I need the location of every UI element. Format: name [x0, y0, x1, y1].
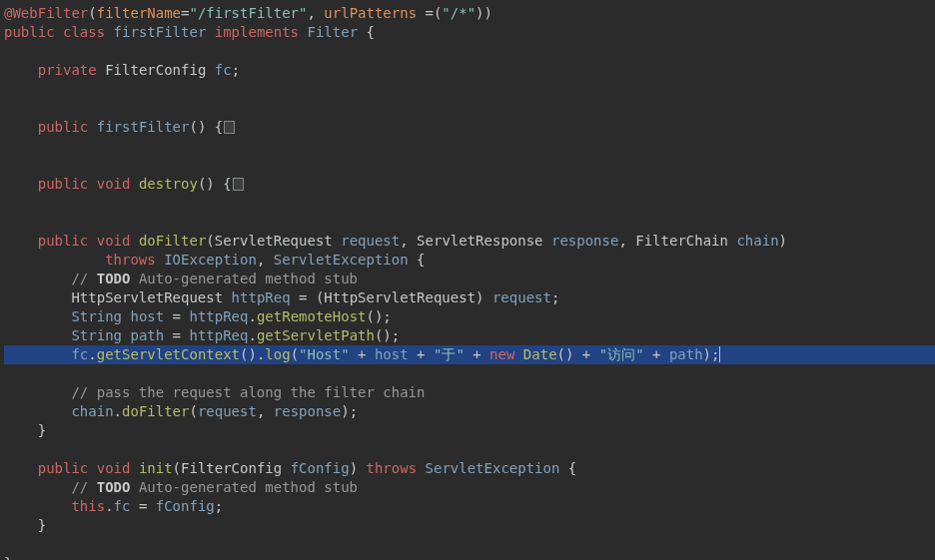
comment: Auto-generated method stub	[130, 271, 358, 286]
comment: // pass the request along the filter cha…	[71, 384, 425, 400]
code-line: // pass the request along the filter cha…	[4, 384, 425, 400]
string-literal: "/*"	[442, 5, 475, 21]
keyword: new	[489, 346, 514, 362]
variable: path	[669, 346, 703, 362]
code-line: HttpServletRequest httpReq = (HttpServle…	[4, 289, 559, 305]
code-editor[interactable]: @WebFilter(filterName="/firstFilter", ur…	[0, 0, 935, 560]
comment: //	[71, 271, 96, 286]
annotation: @WebFilter	[4, 5, 88, 21]
method-call: doFilter	[122, 403, 189, 419]
type: FilterChain	[635, 233, 728, 249]
keyword: public	[38, 460, 89, 476]
constructor-name: firstFilter	[97, 119, 190, 135]
code-line: String path = httpReq.getServletPath();	[4, 327, 400, 343]
code-line: public void destroy() {	[4, 176, 245, 192]
keyword: private	[38, 62, 97, 78]
param: fConfig	[291, 460, 350, 476]
variable: fc	[215, 62, 232, 78]
type: HttpServletRequest	[324, 289, 475, 305]
type: ServletRequest	[215, 233, 333, 249]
param-name: urlPatterns	[324, 5, 417, 21]
code-line: // TODO Auto-generated method stub	[4, 271, 358, 286]
keyword: this	[71, 498, 105, 514]
exception-type: ServletException	[274, 252, 409, 268]
comment: //	[71, 479, 96, 495]
method-call: getRemoteHost	[257, 308, 367, 324]
keyword: implements	[215, 24, 299, 40]
variable: request	[492, 289, 551, 305]
code-line: @WebFilter(filterName="/firstFilter", ur…	[4, 5, 492, 21]
code-line: String host = httpReq.getRemoteHost();	[4, 308, 392, 324]
keyword: public	[38, 233, 89, 249]
param: request	[341, 233, 400, 249]
code-line: }	[4, 517, 46, 533]
param-name: filterName	[97, 5, 181, 21]
type: Date	[523, 346, 557, 362]
param: response	[551, 233, 618, 249]
text-cursor	[719, 346, 720, 362]
code-line: private FilterConfig fc;	[4, 62, 240, 78]
comment: Auto-generated method stub	[130, 479, 358, 495]
variable: httpReq	[232, 289, 291, 305]
code-line: // TODO Auto-generated method stub	[4, 479, 358, 495]
variable: host	[375, 346, 409, 362]
param: chain	[736, 233, 778, 249]
interface-name: Filter	[308, 24, 359, 40]
method-name: doFilter	[139, 233, 206, 249]
method-name: init	[139, 460, 173, 476]
todo-tag: TODO	[97, 271, 131, 286]
todo-tag: TODO	[97, 479, 131, 495]
method-call: getServletPath	[257, 327, 375, 343]
type: FilterConfig	[181, 460, 282, 476]
exception-type: ServletException	[426, 460, 560, 476]
code-line: throws IOException, ServletException {	[4, 252, 425, 268]
variable: httpReq	[189, 327, 248, 343]
string-literal: "/firstFilter"	[189, 5, 307, 21]
method-call: getServletContext	[97, 346, 240, 362]
method-name: destroy	[139, 176, 198, 192]
type: String	[71, 327, 122, 343]
keyword: class	[63, 24, 105, 40]
keyword: public	[38, 176, 89, 192]
code-line: public class firstFilter implements Filt…	[4, 24, 375, 40]
keyword: throws	[105, 252, 156, 268]
code-line: chain.doFilter(request, response);	[4, 403, 358, 419]
variable: request	[198, 403, 257, 419]
string-literal: "Host"	[299, 346, 350, 362]
method-call: log	[265, 346, 290, 362]
variable: httpReq	[189, 308, 248, 324]
string-literal: "访问"	[599, 346, 644, 362]
variable: fc	[71, 346, 88, 362]
type: String	[71, 308, 122, 324]
string-literal: "于"	[434, 346, 465, 362]
code-line: public void init(FilterConfig fConfig) t…	[4, 460, 576, 476]
code-line: }	[4, 422, 46, 438]
variable: host	[130, 308, 164, 324]
keyword: void	[97, 460, 131, 476]
keyword: void	[97, 233, 131, 249]
highlighted-line: fc.getServletContext().log("Host" + host…	[4, 345, 935, 364]
type: FilterConfig	[105, 62, 206, 78]
keyword: void	[97, 176, 131, 192]
variable: response	[274, 403, 341, 419]
type: ServletResponse	[417, 233, 542, 249]
exception-type: IOException	[164, 252, 257, 268]
code-line: this.fc = fConfig;	[4, 498, 223, 514]
variable: fConfig	[156, 498, 215, 514]
keyword: public	[4, 24, 55, 40]
type: HttpServletRequest	[71, 289, 223, 305]
code-line: public void doFilter(ServletRequest requ…	[4, 233, 787, 249]
field: fc	[114, 498, 131, 514]
fold-icon[interactable]	[224, 121, 235, 134]
code-line: public firstFilter() {	[4, 119, 236, 135]
class-name: firstFilter	[114, 24, 207, 40]
variable: chain	[71, 403, 113, 419]
code-line: }	[4, 555, 12, 560]
keyword: public	[38, 119, 89, 135]
fold-icon[interactable]	[233, 178, 244, 191]
keyword: throws	[367, 460, 418, 476]
variable: path	[130, 327, 164, 343]
